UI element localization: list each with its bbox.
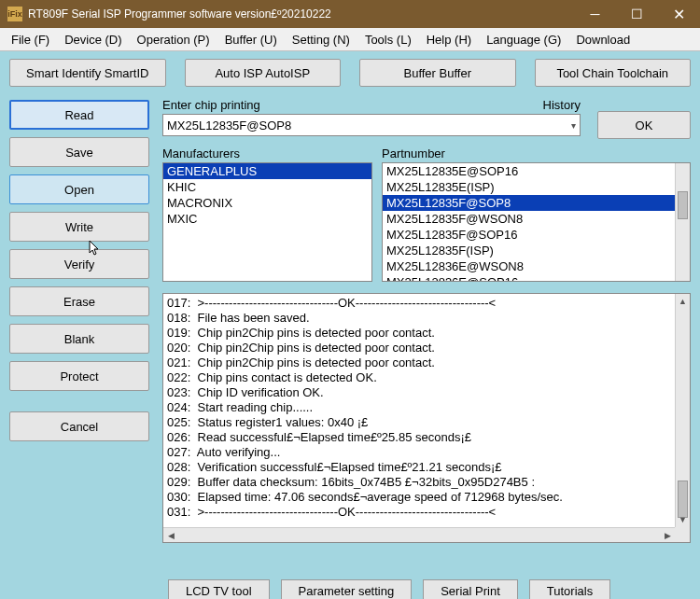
- scrollbar-thumb[interactable]: [678, 191, 688, 219]
- cancel-button[interactable]: Cancel: [9, 411, 149, 441]
- menu-download[interactable]: Download: [568, 33, 637, 47]
- log-box: 017: >---------------------------------O…: [162, 293, 691, 543]
- titlebar: iFix RT809F Serial ISP Programmer softwa…: [0, 0, 700, 28]
- chip-value: MX25L12835F@SOP8: [167, 118, 291, 132]
- minimize-button[interactable]: ─: [574, 0, 616, 28]
- scroll-up-icon[interactable]: ▲: [676, 294, 690, 309]
- menu-setting[interactable]: Setting (N): [285, 33, 357, 47]
- menu-device[interactable]: Device (D): [57, 33, 129, 47]
- auto-isp-button[interactable]: Auto ISP AutoISP: [185, 59, 342, 87]
- chip-label: Enter chip printing: [162, 98, 260, 112]
- tab-tutorials[interactable]: Tutorials: [529, 579, 610, 599]
- buffer-button[interactable]: Buffer Buffer: [359, 59, 516, 87]
- toolchain-button[interactable]: Tool Chain Toolchain: [535, 59, 692, 87]
- menubar: File (F) Device (D) Operation (P) Buffer…: [0, 28, 700, 51]
- top-button-row: Smart Identify SmartID Auto ISP AutoISP …: [9, 59, 691, 87]
- menu-buffer[interactable]: Buffer (U): [217, 33, 285, 47]
- smart-identify-button[interactable]: Smart Identify SmartID: [9, 59, 166, 87]
- save-button[interactable]: Save: [9, 137, 149, 167]
- list-item[interactable]: MACRONIX: [163, 195, 371, 211]
- list-item[interactable]: MX25L12835F@WSON8: [383, 211, 675, 227]
- list-item[interactable]: MX25L12835F@SOP16: [383, 227, 675, 243]
- action-sidebar: Read Save Open Write Verify Erase Blank …: [9, 98, 149, 543]
- menu-help[interactable]: Help (H): [419, 33, 479, 47]
- scroll-right-icon[interactable]: ▶: [660, 528, 675, 542]
- list-item[interactable]: MX25L12836E@SOP16: [383, 274, 675, 282]
- menu-file[interactable]: File (F): [4, 33, 57, 47]
- manufacturers-label: Manufacturers: [162, 146, 372, 160]
- menu-language[interactable]: Language (G): [479, 33, 568, 47]
- log-vertical-scrollbar[interactable]: ▲ ▼: [675, 294, 690, 527]
- workarea: Smart Identify SmartID Auto ISP AutoISP …: [0, 51, 700, 599]
- partnumber-list[interactable]: MX25L12835E@SOP16 MX25L12835E(ISP) MX25L…: [382, 162, 691, 282]
- list-item[interactable]: GENERALPLUS: [163, 163, 371, 179]
- scroll-down-icon[interactable]: ▼: [676, 512, 690, 527]
- maximize-button[interactable]: ☐: [616, 0, 658, 28]
- list-item[interactable]: MX25L12835E@SOP16: [383, 163, 675, 179]
- write-button[interactable]: Write: [9, 212, 149, 242]
- scroll-corner: [675, 527, 690, 542]
- list-item[interactable]: MXIC: [163, 211, 371, 227]
- chip-label-row: Enter chip printing History: [162, 98, 581, 112]
- list-item[interactable]: MX25L12835F@SOP8: [383, 195, 675, 211]
- chip-combo[interactable]: MX25L12835F@SOP8 ▾: [162, 114, 581, 136]
- manufacturers-list[interactable]: GENERALPLUS KHIC MACRONIX MXIC: [162, 162, 372, 282]
- erase-button[interactable]: Erase: [9, 286, 149, 316]
- log-horizontal-scrollbar[interactable]: ◀ ▶: [163, 527, 675, 542]
- list-item[interactable]: MX25L12835E(ISP): [383, 179, 675, 195]
- menu-operation[interactable]: Operation (P): [130, 33, 217, 47]
- protect-button[interactable]: Protect: [9, 361, 149, 391]
- scroll-left-icon[interactable]: ◀: [163, 528, 178, 542]
- log-content[interactable]: 017: >---------------------------------O…: [167, 296, 671, 523]
- read-button[interactable]: Read: [9, 100, 149, 130]
- tab-param[interactable]: Parameter setting: [281, 579, 413, 599]
- window-title: RT809F Serial ISP Programmer software ve…: [28, 7, 574, 21]
- part-scrollbar[interactable]: [675, 163, 690, 281]
- verify-button[interactable]: Verify: [9, 249, 149, 279]
- menu-tools[interactable]: Tools (L): [357, 33, 419, 47]
- ok-button[interactable]: OK: [597, 111, 691, 139]
- tab-lcd[interactable]: LCD TV tool: [168, 579, 270, 599]
- blank-button[interactable]: Blank: [9, 324, 149, 354]
- chevron-down-icon: ▾: [571, 120, 576, 131]
- list-item[interactable]: KHIC: [163, 179, 371, 195]
- list-item[interactable]: MX25L12835F(ISP): [383, 243, 675, 258]
- bottom-tabs: LCD TV tool Parameter setting Serial Pri…: [168, 579, 610, 599]
- app-icon: iFix: [7, 7, 22, 21]
- close-button[interactable]: ✕: [658, 0, 700, 28]
- open-button[interactable]: Open: [9, 174, 149, 204]
- partnumber-label: Partnumber: [382, 146, 691, 160]
- tab-serial[interactable]: Serial Print: [423, 579, 518, 599]
- history-link[interactable]: History: [543, 98, 581, 112]
- list-item[interactable]: MX25L12836E@WSON8: [383, 258, 675, 274]
